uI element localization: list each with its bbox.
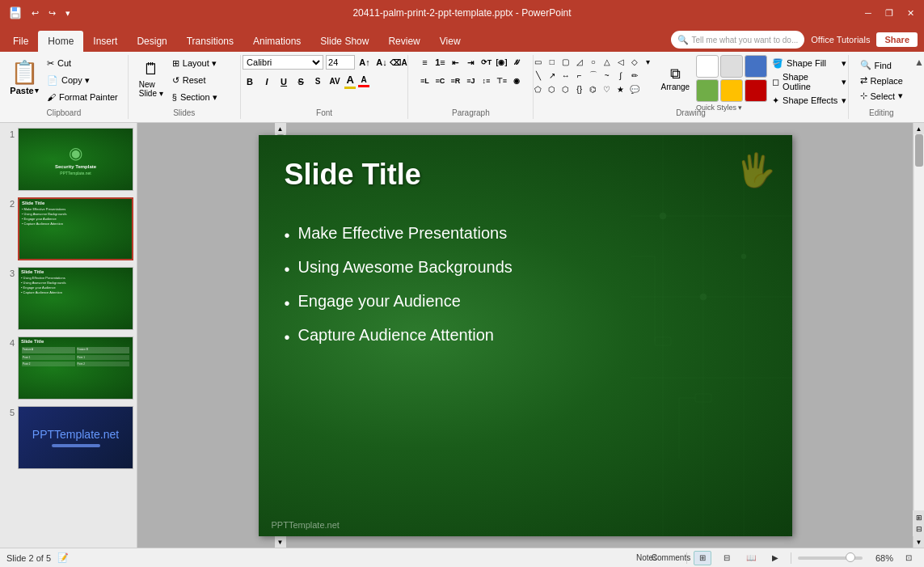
normal-view-btn[interactable]: ⊞ <box>694 551 711 565</box>
replace-button[interactable]: ⇄ Replace <box>855 74 909 87</box>
qs-box4[interactable] <box>696 79 719 102</box>
shape-star[interactable]: ★ <box>614 83 627 95</box>
shape-callout[interactable]: 💬 <box>628 83 641 95</box>
text-direction-btn[interactable]: ⟳T <box>479 55 493 70</box>
shape-rect2[interactable]: □ <box>546 55 559 68</box>
tab-slideshow[interactable]: Slide Show <box>310 31 378 52</box>
fit-slide-btn[interactable]: ⊡ <box>900 551 918 565</box>
zoom-thumb[interactable] <box>846 552 855 562</box>
qat-save[interactable] <box>6 6 24 19</box>
select-button[interactable]: ⊹ Select ▾ <box>855 89 909 103</box>
bullets-btn[interactable]: ≡ <box>417 55 432 70</box>
shape-brace[interactable]: ⌬ <box>587 83 600 95</box>
shape-bracket[interactable]: {} <box>573 83 586 95</box>
qs-box3[interactable] <box>745 55 767 78</box>
tab-transitions[interactable]: Transitions <box>177 31 243 52</box>
zoom-minus-right[interactable]: ⊟ <box>913 523 925 535</box>
line-spacing-btn[interactable]: ↕≡ <box>479 74 493 88</box>
shadow-btn[interactable]: S <box>310 74 325 89</box>
align-left-btn[interactable]: ≡L <box>417 74 432 88</box>
shape-curve[interactable]: ∫ <box>614 69 627 82</box>
font-size-select[interactable]: 24 <box>326 55 355 70</box>
slide-thumbnail-2[interactable]: 2 Slide Title • Make Effective Presentat… <box>2 196 135 262</box>
qat-customize[interactable]: ▾ <box>63 8 73 19</box>
paste-button[interactable]: 📋 Paste ▾ <box>6 55 42 102</box>
shape-scribble[interactable]: ✏ <box>628 69 641 82</box>
underline-btn[interactable]: U <box>276 74 291 89</box>
share-button[interactable]: Share <box>876 32 918 47</box>
tab-home[interactable]: Home <box>38 31 83 52</box>
qs-box5[interactable] <box>720 79 743 102</box>
shape-elbow[interactable]: ⌐ <box>573 69 586 82</box>
slide-thumb-img-5[interactable]: PPTTemplate.net <box>18 406 133 469</box>
tab-design[interactable]: Design <box>127 31 176 52</box>
smartart-btn[interactable]: ◉ <box>509 74 524 88</box>
slide-thumb-img-2[interactable]: Slide Title • Make Effective Presentatio… <box>18 197 133 260</box>
layout-button[interactable]: ⊞ Layout ▾ <box>169 55 234 71</box>
collapse-ribbon-btn[interactable]: ▲ <box>914 55 924 119</box>
section-button[interactable]: § Section ▾ <box>169 89 234 105</box>
shape-line[interactable]: ╲ <box>532 69 545 82</box>
increase-indent-btn[interactable]: ⇥ <box>463 55 478 70</box>
tab-animations[interactable]: Animations <box>243 31 310 52</box>
justify-btn[interactable]: ≡J <box>463 74 478 88</box>
shape-rect[interactable]: ▭ <box>532 55 545 68</box>
scroll-up-arrow[interactable]: ▲ <box>275 123 286 134</box>
format-painter-button[interactable]: 🖌 Format Painter <box>44 89 121 105</box>
slide-thumbnail-1[interactable]: 1 ◉ Security Template PPTTemplate.net <box>2 126 135 193</box>
slide-thumb-img-3[interactable]: Slide Title • Using Effective Presentati… <box>18 267 133 330</box>
right-scroll-up[interactable]: ▲ <box>913 123 925 134</box>
qs-box1[interactable] <box>696 55 719 78</box>
reading-view-btn[interactable]: 📖 <box>742 551 760 565</box>
tab-review[interactable]: Review <box>378 31 429 52</box>
increase-font-btn[interactable]: A↑ <box>357 55 372 70</box>
shape-octagon[interactable]: ⬡ <box>559 83 572 95</box>
shape-arc[interactable]: ⌒ <box>587 69 600 82</box>
close-btn[interactable]: ✕ <box>903 6 918 20</box>
decrease-indent-btn[interactable]: ⇤ <box>448 55 462 70</box>
reset-button[interactable]: ↺ Reset <box>169 72 234 88</box>
italic-btn[interactable]: I <box>259 74 274 89</box>
shape-pentagon[interactable]: ⬠ <box>532 83 545 95</box>
shape-outline-button[interactable]: ◻ Shape Outline ▾ <box>769 74 850 90</box>
shape-snip[interactable]: ◿ <box>573 55 586 68</box>
align-right-btn[interactable]: ≡R <box>448 74 462 88</box>
shape-heart[interactable]: ♡ <box>601 83 614 95</box>
new-slide-button[interactable]: 🗒 NewSlide ▾ <box>135 55 167 102</box>
numbering-btn[interactable]: 1≡ <box>432 55 447 70</box>
right-scroll-thumb[interactable] <box>915 134 923 167</box>
columns-btn[interactable]: ⫻ <box>509 55 524 70</box>
slide-title[interactable]: Slide Title <box>285 158 421 192</box>
decrease-font-btn[interactable]: A↓ <box>374 55 389 70</box>
shape-rtriangle[interactable]: ◁ <box>614 55 627 68</box>
tab-insert[interactable]: Insert <box>83 31 127 52</box>
find-button[interactable]: 🔍 Find <box>855 58 909 72</box>
slide-thumb-img-4[interactable]: Slide Title Feature A Feature B Point 1 … <box>18 336 133 400</box>
qat-undo[interactable]: ↩ <box>29 8 41 19</box>
font-color-btn[interactable]: A <box>344 74 356 89</box>
shape-diamond[interactable]: ◇ <box>628 55 641 68</box>
tab-view[interactable]: View <box>430 31 470 52</box>
strikethrough-btn[interactable]: S <box>293 74 308 89</box>
copy-button[interactable]: 📄 Copy ▾ <box>44 72 121 88</box>
clear-format-btn[interactable]: ⌫A <box>391 55 406 70</box>
qs-box2[interactable] <box>720 55 743 78</box>
shape-freeform[interactable]: ~ <box>601 69 614 82</box>
tab-file[interactable]: File <box>3 31 38 52</box>
right-scroll-track[interactable] <box>914 134 924 510</box>
comments-button[interactable]: Comments <box>662 551 680 565</box>
slide-thumbnail-5[interactable]: 5 PPTTemplate.net <box>2 404 135 471</box>
qat-redo[interactable]: ↪ <box>46 8 58 19</box>
highlight-color-btn[interactable]: A <box>358 75 369 87</box>
shape-rounded[interactable]: ▢ <box>559 55 572 68</box>
font-family-select[interactable]: Calibri <box>243 55 323 70</box>
slide-sorter-btn[interactable]: ⊟ <box>718 551 736 565</box>
help-input[interactable]: 🔍 Tell me what you want to do... <box>671 31 805 49</box>
shape-hex[interactable]: ⬡ <box>546 83 559 95</box>
zoom-plus-right[interactable]: ⊞ <box>913 512 925 523</box>
shape-arrow[interactable]: ↗ <box>546 69 559 82</box>
slide-thumbnail-3[interactable]: 3 Slide Title • Using Effective Presenta… <box>2 265 135 332</box>
shapes-more[interactable]: ▾ <box>642 55 655 68</box>
slide-thumbnail-4[interactable]: 4 Slide Title Feature A Feature B Point … <box>2 335 135 401</box>
bold-btn[interactable]: B <box>243 74 257 89</box>
